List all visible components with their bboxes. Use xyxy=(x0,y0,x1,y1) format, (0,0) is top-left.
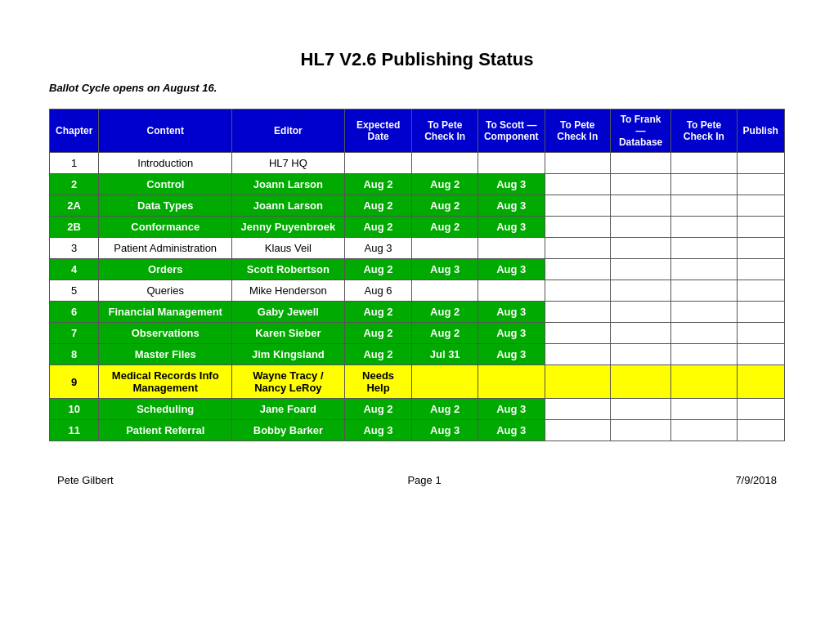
table-cell xyxy=(737,302,784,323)
table-cell xyxy=(610,344,670,365)
table-cell xyxy=(545,153,610,174)
table-row: 2AData TypesJoann LarsonAug 2Aug 2Aug 3 xyxy=(50,195,785,217)
table-cell: 2 xyxy=(50,174,99,195)
footer-center: Page 1 xyxy=(407,474,441,486)
table-cell xyxy=(737,153,784,174)
table-cell xyxy=(478,280,545,302)
table-row: 9Medical Records Info ManagementWayne Tr… xyxy=(50,365,785,399)
table-cell xyxy=(545,302,610,323)
table-cell: Aug 3 xyxy=(478,399,545,420)
table-cell xyxy=(671,420,737,441)
table-cell xyxy=(737,280,784,302)
table-cell: Aug 2 xyxy=(344,259,412,280)
table-cell xyxy=(412,280,478,302)
table-cell xyxy=(737,174,784,195)
table-cell xyxy=(737,217,784,238)
table-cell xyxy=(671,153,737,174)
table-cell xyxy=(737,323,784,344)
table-cell xyxy=(671,217,737,238)
table-cell: Jul 31 xyxy=(412,344,478,365)
table-cell xyxy=(545,399,610,420)
table-cell xyxy=(671,238,737,259)
table-cell xyxy=(412,153,478,174)
table-row: 2BConformanceJenny PuyenbroekAug 2Aug 2A… xyxy=(50,217,785,238)
table-cell xyxy=(478,238,545,259)
table-row: 2ControlJoann LarsonAug 2Aug 2Aug 3 xyxy=(50,174,785,195)
table-cell: Financial Management xyxy=(99,302,232,323)
table-cell: Introduction xyxy=(99,153,232,174)
table-cell: Aug 3 xyxy=(478,323,545,344)
table-cell: Medical Records Info Management xyxy=(99,365,232,399)
table-row: 4OrdersScott RobertsonAug 2Aug 3Aug 3 xyxy=(50,259,785,280)
table-cell xyxy=(545,259,610,280)
table-cell: Aug 3 xyxy=(478,217,545,238)
table-cell xyxy=(545,195,610,217)
table-cell: Aug 2 xyxy=(412,174,478,195)
table-cell xyxy=(412,238,478,259)
table-cell xyxy=(545,238,610,259)
table-cell: Control xyxy=(99,174,232,195)
table-cell xyxy=(610,153,670,174)
table-cell xyxy=(737,399,784,420)
table-cell: Gaby Jewell xyxy=(232,302,345,323)
status-table: Chapter Content Editor Expected Date To … xyxy=(49,109,785,441)
table-cell: Aug 2 xyxy=(412,217,478,238)
table-cell xyxy=(545,344,610,365)
table-cell xyxy=(737,259,784,280)
table-cell xyxy=(610,259,670,280)
table-cell: Klaus Veil xyxy=(232,238,345,259)
footer-right: 7/9/2018 xyxy=(735,474,777,486)
table-cell: Aug 2 xyxy=(412,399,478,420)
header-to-pete-2: To Pete Check In xyxy=(545,110,610,153)
table-cell: Scheduling xyxy=(99,399,232,420)
header-to-scott: To Scott —Component xyxy=(478,110,545,153)
table-cell: 4 xyxy=(50,259,99,280)
table-row: 8Master FilesJim KingslandAug 2Jul 31Aug… xyxy=(50,344,785,365)
table-cell xyxy=(737,344,784,365)
table-cell xyxy=(545,217,610,238)
table-cell: Aug 2 xyxy=(344,217,412,238)
table-cell: Jane Foard xyxy=(232,399,345,420)
table-row: 5QueriesMike HendersonAug 6 xyxy=(50,280,785,302)
table-row: 7ObservationsKaren SieberAug 2Aug 2Aug 3 xyxy=(50,323,785,344)
table-cell xyxy=(545,365,610,399)
header-to-frank: To Frank —Database xyxy=(610,110,670,153)
header-editor: Editor xyxy=(232,110,345,153)
table-cell: Aug 2 xyxy=(344,399,412,420)
table-cell xyxy=(610,365,670,399)
table-cell: Queries xyxy=(99,280,232,302)
table-cell xyxy=(737,365,784,399)
table-cell xyxy=(545,420,610,441)
table-row: 6Financial ManagementGaby JewellAug 2Aug… xyxy=(50,302,785,323)
table-cell: Master Files xyxy=(99,344,232,365)
table-cell xyxy=(545,280,610,302)
table-cell: Aug 6 xyxy=(344,280,412,302)
table-cell xyxy=(671,365,737,399)
table-row: 10SchedulingJane FoardAug 2Aug 2Aug 3 xyxy=(50,399,785,420)
table-cell: 1 xyxy=(50,153,99,174)
table-cell: Bobby Barker xyxy=(232,420,345,441)
table-cell: Jenny Puyenbroek xyxy=(232,217,345,238)
table-cell: Aug 2 xyxy=(412,323,478,344)
table-cell: Karen Sieber xyxy=(232,323,345,344)
table-cell xyxy=(412,365,478,399)
table-cell: 2B xyxy=(50,217,99,238)
header-to-pete-3: To Pete Check In xyxy=(671,110,737,153)
table-cell: Aug 2 xyxy=(344,344,412,365)
header-chapter: Chapter xyxy=(50,110,99,153)
subtitle: Ballot Cycle opens on August 16. xyxy=(49,82,785,94)
page-title: HL7 V2.6 Publishing Status xyxy=(49,49,785,70)
header-expected-date: Expected Date xyxy=(344,110,412,153)
table-cell: Aug 3 xyxy=(478,420,545,441)
table-cell xyxy=(610,174,670,195)
table-cell: 8 xyxy=(50,344,99,365)
table-cell: Aug 3 xyxy=(478,344,545,365)
header-publish: Publish xyxy=(737,110,784,153)
table-cell: HL7 HQ xyxy=(232,153,345,174)
table-cell: Aug 2 xyxy=(344,302,412,323)
table-cell: Scott Robertson xyxy=(232,259,345,280)
table-cell xyxy=(671,344,737,365)
table-row: 1IntroductionHL7 HQ xyxy=(50,153,785,174)
header-to-pete-1: To Pete Check In xyxy=(412,110,478,153)
table-cell xyxy=(610,420,670,441)
